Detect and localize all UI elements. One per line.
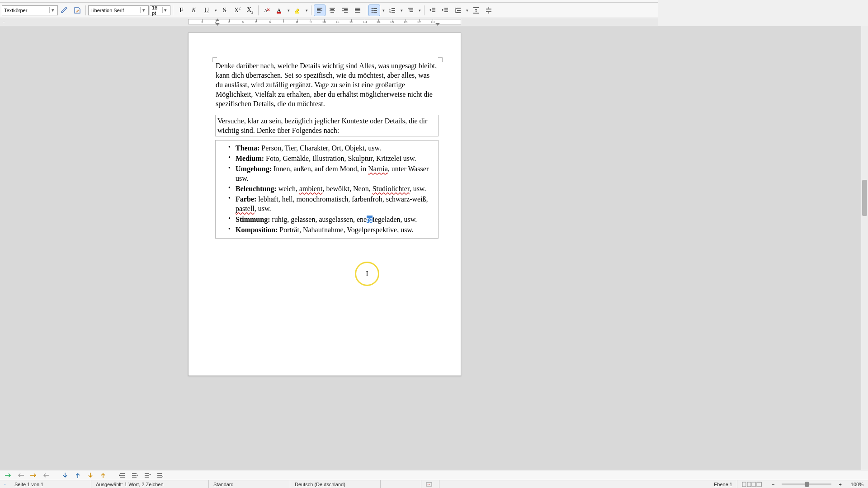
- bullet-item-medium[interactable]: Medium: Foto, Gemälde, Illustration, Sku…: [228, 154, 435, 163]
- font-size-combo[interactable]: 16 pt ▾: [150, 5, 170, 15]
- ruler-number: 4: [242, 20, 244, 24]
- ruler-number: 13: [363, 20, 367, 24]
- svg-text:A: A: [264, 8, 268, 13]
- svg-text:A: A: [277, 7, 281, 13]
- font-name-value: Liberation Serif: [90, 8, 124, 13]
- text-cursor-icon: I: [366, 270, 368, 278]
- ruler-number: 12: [349, 20, 354, 24]
- right-indent-marker[interactable]: [435, 23, 440, 26]
- underline-split[interactable]: ▾: [213, 5, 218, 16]
- line-spacing-button[interactable]: [452, 5, 464, 16]
- cursor-highlight-icon: I: [355, 262, 379, 286]
- decrease-para-spacing-button[interactable]: [483, 5, 495, 16]
- outline-button[interactable]: [405, 5, 416, 16]
- bullet-list-button[interactable]: [368, 5, 380, 16]
- paragraph-1[interactable]: Denke darüber nach, welche Details wicht…: [216, 61, 438, 109]
- chevron-down-icon: ▾: [162, 7, 168, 13]
- bullet-list[interactable]: Thema: Person, Tier, Charakter, Ort, Obj…: [228, 143, 435, 235]
- bullet-item-stimmung[interactable]: Stimmung: ruhig, gelassen, ausgelassen, …: [228, 215, 435, 224]
- document-text[interactable]: Denke darüber nach, welche Details wicht…: [216, 61, 438, 238]
- bullet-item-farbe[interactable]: Farbe: lebhaft, hell, monochromatisch, f…: [228, 194, 435, 213]
- chevron-down-icon: ▾: [140, 7, 146, 13]
- font-color-split[interactable]: ▾: [286, 5, 291, 16]
- ruler-number: 8: [296, 20, 298, 24]
- svg-text:3: 3: [389, 11, 391, 14]
- svg-point-4: [372, 8, 373, 9]
- ruler-number: 5: [255, 20, 257, 24]
- strikethrough-button[interactable]: S: [219, 5, 231, 16]
- increase-indent-button[interactable]: [427, 5, 439, 16]
- ruler-number: 16: [404, 20, 408, 24]
- formatting-toolbar: Textkörper ▾ Liberation Serif ▾ 16 pt ▾ …: [0, 3, 658, 18]
- svg-rect-2: [277, 12, 281, 14]
- decrease-indent-button[interactable]: [439, 5, 451, 16]
- ruler-number: 10: [322, 20, 326, 24]
- horizontal-ruler[interactable]: 123456789101112131415161718: [188, 19, 461, 24]
- ruler-number: 15: [390, 20, 394, 24]
- font-size-value: 16 pt: [152, 5, 162, 16]
- svg-point-6: [372, 11, 373, 13]
- outline-split[interactable]: ▾: [417, 5, 422, 16]
- line-spacing-split[interactable]: ▾: [465, 5, 469, 16]
- bullet-item-umgebung[interactable]: Umgebung: Innen, außen, auf dem Mond, in…: [228, 164, 435, 183]
- update-style-button[interactable]: [59, 5, 71, 16]
- underline-button[interactable]: U: [201, 5, 212, 16]
- ruler-number: 11: [336, 20, 340, 24]
- highlight-split[interactable]: ▾: [304, 5, 309, 16]
- numbered-list-button[interactable]: 123: [387, 5, 398, 16]
- ruler-number: 18: [431, 20, 435, 24]
- ruler-number: 17: [417, 20, 421, 24]
- document-workspace: Denke darüber nach, welche Details wicht…: [0, 26, 658, 369]
- horizontal-ruler-area: ⌐ 123456789101112131415161718: [0, 18, 658, 26]
- font-color-button[interactable]: A: [274, 5, 285, 16]
- align-left-button[interactable]: [314, 5, 326, 16]
- bullet-item-komposition[interactable]: Komposition: Porträt, Nahaufnahme, Vogel…: [228, 225, 435, 235]
- align-center-button[interactable]: [326, 5, 338, 16]
- paragraph-style-value: Textkörper: [4, 8, 27, 13]
- ruler-number: 3: [228, 20, 230, 24]
- left-ruler-mark: ⌐: [3, 19, 5, 24]
- paragraph-intro[interactable]: Versuche, klar zu sein, bezüglich jeglic…: [216, 115, 438, 136]
- svg-point-5: [372, 9, 373, 11]
- italic-button[interactable]: K: [188, 5, 200, 16]
- ruler-number: 2: [215, 20, 217, 24]
- ruler-number: 1: [201, 20, 203, 24]
- bullet-list-split[interactable]: ▾: [381, 5, 386, 16]
- ruler-number: 14: [377, 20, 381, 24]
- align-justify-button[interactable]: [352, 5, 363, 16]
- new-style-button[interactable]: [71, 5, 83, 16]
- subscript-button[interactable]: X2: [244, 5, 256, 16]
- numbered-list-split[interactable]: ▾: [399, 5, 404, 16]
- increase-para-spacing-button[interactable]: [470, 5, 482, 16]
- highlight-button[interactable]: [292, 5, 303, 16]
- bullet-item-beleuchtung[interactable]: Beleuchtung: weich, ambient, bewölkt, Ne…: [228, 184, 435, 193]
- document-page[interactable]: Denke darüber nach, welche Details wicht…: [188, 33, 461, 369]
- ruler-number: 6: [269, 20, 271, 24]
- margin-corner-tr: [438, 57, 443, 62]
- font-name-combo[interactable]: Liberation Serif ▾: [88, 5, 149, 15]
- align-right-button[interactable]: [339, 5, 351, 16]
- paragraph-style-combo[interactable]: Textkörper ▾: [2, 5, 58, 15]
- clear-formatting-button[interactable]: A: [261, 5, 273, 16]
- bullet-item-thema[interactable]: Thema: Person, Tier, Charakter, Ort, Obj…: [228, 143, 435, 153]
- text-selection: rg: [367, 216, 373, 223]
- bold-button[interactable]: F: [175, 5, 187, 16]
- ruler-number: 9: [310, 20, 311, 24]
- bullet-group[interactable]: Thema: Person, Tier, Charakter, Ort, Obj…: [216, 141, 438, 238]
- svg-rect-3: [295, 12, 299, 14]
- ruler-number: 7: [283, 20, 284, 24]
- chevron-down-icon: ▾: [49, 7, 56, 13]
- superscript-button[interactable]: X2: [231, 5, 243, 16]
